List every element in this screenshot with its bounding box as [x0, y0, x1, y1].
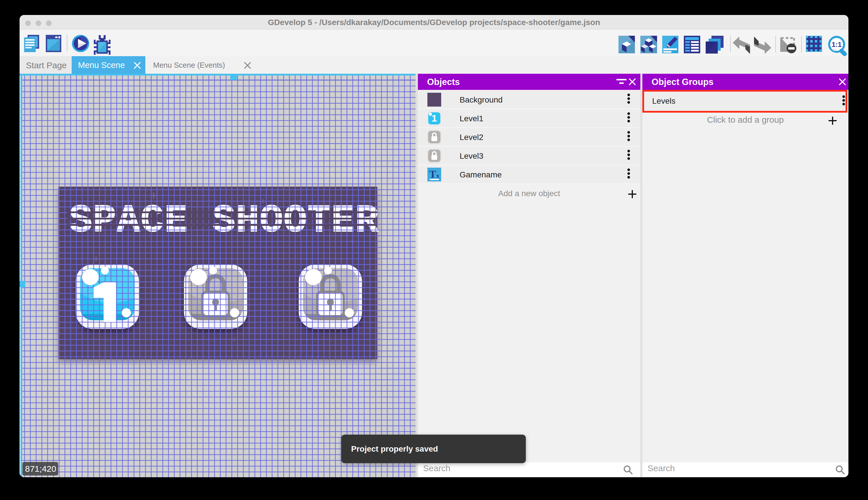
- svg-text:1:1: 1:1: [832, 41, 842, 48]
